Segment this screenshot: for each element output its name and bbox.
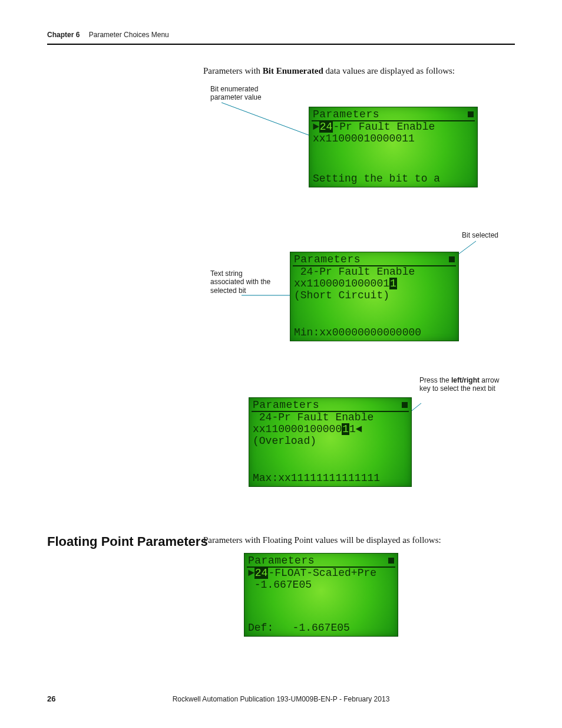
svg-line-0: [222, 103, 321, 140]
chapter-title: Parameter Choices Menu: [89, 31, 169, 39]
lcd3-title: Parameters: [253, 399, 319, 411]
corner-icon: [449, 256, 455, 262]
lcd3-line1: 24-Pr Fault Enable: [249, 412, 411, 424]
header-rule: [47, 44, 515, 45]
lcd4-line2: -1.667E05: [244, 579, 398, 591]
lcd1-title: Parameters: [313, 108, 379, 120]
lcd-screen-1: Parameters ►24-Pr Fault Enable xx1100001…: [309, 107, 478, 187]
lcd4-bottom: Def: -1.667E05: [248, 622, 394, 634]
lcd4-title: Parameters: [248, 555, 315, 566]
lcd1-line2: xx11000010000011: [309, 133, 477, 145]
corner-icon: [402, 402, 408, 408]
lcd2-title: Parameters: [294, 253, 361, 265]
lcd2-line3: (Short Circuit): [290, 290, 458, 302]
lcd2-line1: 24-Pr Fault Enable: [290, 266, 458, 278]
section-floating-point: Floating Point Parameters: [47, 534, 208, 549]
lcd1-bottom: Setting the bit to a: [313, 173, 474, 185]
annot-bit-enumerated-value: Bit enumerated parameter value: [210, 85, 287, 102]
publication-footer: Rockwell Automation Publication 193-UM00…: [0, 695, 562, 703]
annot-text-string: Text string associated with the selected…: [210, 269, 278, 295]
lcd4-line1: ►24-FLOAT-Scaled+Pre: [244, 568, 398, 579]
lcd3-bottom: Max:xx11111111111111: [253, 472, 408, 484]
lcd-screen-4: Parameters ►24-FLOAT-Scaled+Pre -1.667E0…: [244, 553, 398, 637]
lcd2-line2: xx11000010000011: [290, 278, 458, 290]
chapter-label: Chapter 6: [47, 31, 80, 39]
corner-icon: [388, 558, 394, 564]
lcd-screen-2: Parameters 24-Pr Fault Enable xx11000010…: [290, 252, 459, 341]
annot-left-right: Press the left/right arrow key to select…: [419, 376, 502, 393]
lcd3-line2: xx11000010000011◄: [249, 424, 411, 436]
lcd2-bottom: Min:xx00000000000000: [294, 327, 455, 338]
intro-bit-enumerated: Parameters with Bit Enumerated data valu…: [203, 66, 455, 76]
intro-floating-point: Parameters with Floating Point values wi…: [203, 535, 441, 545]
lcd-screen-3: Parameters 24-Pr Fault Enable xx11000010…: [249, 397, 412, 487]
lcd1-line1: ►24-Pr Fault Enable: [309, 121, 477, 133]
page-header: Chapter 6 Parameter Choices Menu: [47, 31, 515, 39]
lcd3-line3: (Overload): [249, 436, 411, 447]
corner-icon: [468, 111, 474, 117]
